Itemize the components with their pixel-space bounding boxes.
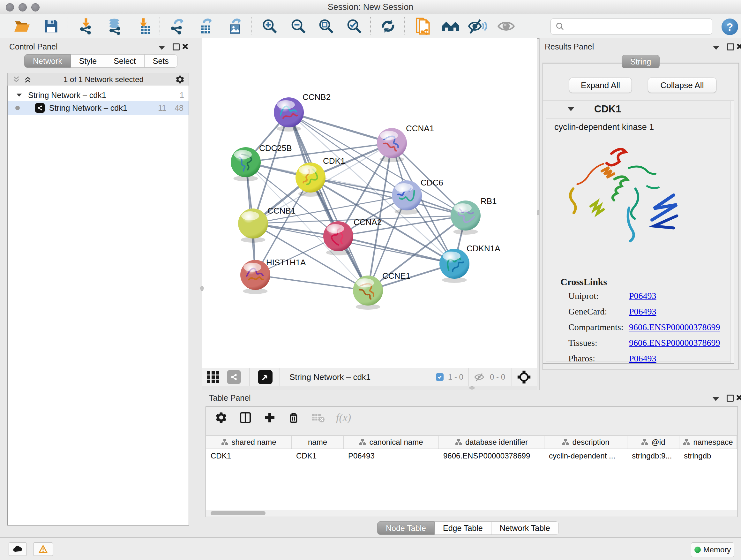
- protein-details: cyclin-dependent kinase 1: [546, 118, 731, 361]
- collapse-all-icon[interactable]: [12, 75, 20, 84]
- table-cell: CDK1: [292, 449, 344, 462]
- protein-description: cyclin-dependent kinase 1: [554, 122, 654, 132]
- column-header-description[interactable]: description: [544, 436, 627, 449]
- tab-style[interactable]: Style: [71, 54, 106, 68]
- panel-float-icon[interactable]: [727, 395, 734, 401]
- node-CDC25B[interactable]: CDC25B: [231, 143, 292, 181]
- panel-float-icon[interactable]: [727, 44, 734, 51]
- crosslink-link[interactable]: 9606.ENSP00000378699: [629, 322, 720, 332]
- expand-all-button[interactable]: Expand All: [569, 78, 632, 93]
- table-hscrollbar[interactable]: [206, 510, 737, 516]
- table-row[interactable]: CDK1CDK1P064939606.ENSP00000378699cyclin…: [206, 449, 737, 462]
- crosslink-row: Compartments:9606.ENSP00000378699: [568, 322, 722, 332]
- fit-content-icon[interactable]: [517, 370, 531, 384]
- status-bar: Memory: [0, 537, 741, 560]
- import-table-icon[interactable]: [134, 17, 153, 35]
- zoom-in-icon[interactable]: [260, 17, 279, 35]
- birdseye-view-icon[interactable]: [258, 370, 273, 384]
- section-collapse-icon[interactable]: [568, 107, 574, 111]
- network-canvas[interactable]: CCNB2CCNA1CDC25BCDK1CDC6RB1CCNB1CCNA2CDK…: [202, 38, 537, 386]
- search-field[interactable]: [550, 18, 712, 35]
- tab-edge-table[interactable]: Edge Table: [434, 521, 491, 535]
- tab-network-table[interactable]: Network Table: [491, 521, 559, 535]
- tab-node-table[interactable]: Node Table: [377, 521, 434, 535]
- column-header-name[interactable]: name: [292, 436, 344, 449]
- warnings-button[interactable]: [33, 543, 53, 556]
- import-network-file-icon[interactable]: [77, 17, 96, 35]
- node-label-CCNA2: CCNA2: [354, 217, 382, 227]
- network-collection-row[interactable]: String Network – cdk1 1: [8, 88, 189, 102]
- node-CDC6[interactable]: CDC6: [392, 178, 443, 214]
- control-panel-title: Control Panel: [9, 42, 57, 51]
- toolbar-separator: [404, 17, 405, 35]
- zoom-selected-icon[interactable]: [345, 17, 364, 35]
- delete-column-icon[interactable]: [287, 411, 300, 424]
- collapse-all-button[interactable]: Collapse All: [648, 78, 717, 93]
- add-column-icon[interactable]: [263, 411, 276, 424]
- node-HIST1H1A[interactable]: HIST1H1A: [240, 258, 306, 294]
- export-network-icon[interactable]: [167, 17, 187, 35]
- crosslink-link[interactable]: P06493: [629, 291, 657, 301]
- panel-close-icon[interactable]: [736, 44, 741, 49]
- show-columns-icon[interactable]: [239, 411, 252, 424]
- panel-close-icon[interactable]: [182, 44, 188, 49]
- left-splitter-handle[interactable]: [200, 286, 204, 291]
- export-table-icon[interactable]: [196, 17, 215, 35]
- help-button[interactable]: ?: [722, 18, 738, 35]
- panel-menu-icon[interactable]: [713, 397, 719, 401]
- node-RB1[interactable]: RB1: [451, 196, 497, 235]
- zoom-fit-icon[interactable]: [317, 17, 336, 35]
- open-session-icon[interactable]: [12, 17, 31, 35]
- collection-expand-icon[interactable]: [17, 94, 22, 97]
- search-input[interactable]: [567, 22, 712, 31]
- column-header-database-identifier[interactable]: database identifier: [439, 436, 544, 449]
- table-settings-gear-icon[interactable]: [215, 411, 227, 424]
- network-row-selected[interactable]: String Network – cdk1 11 48: [8, 101, 189, 115]
- tab-select[interactable]: Select: [105, 54, 144, 68]
- preview-disabled-icon: [496, 17, 516, 35]
- network-overview-icon[interactable]: [227, 370, 241, 384]
- panel-close-icon[interactable]: [736, 395, 741, 400]
- crosslink-link[interactable]: P06493: [629, 307, 657, 317]
- network-node-count: 11: [158, 104, 166, 113]
- import-network-database-icon[interactable]: [105, 17, 125, 35]
- node-label-CDC25B: CDC25B: [259, 143, 292, 153]
- protein-structure-image: [563, 141, 697, 253]
- tab-sets[interactable]: Sets: [145, 54, 178, 68]
- crosslink-label: Tissues:: [568, 338, 629, 348]
- node-CCNB2[interactable]: CCNB2: [274, 92, 331, 132]
- home-icon[interactable]: [441, 17, 460, 35]
- column-header-namespace[interactable]: namespace: [679, 436, 737, 449]
- tab-string[interactable]: String: [622, 55, 660, 68]
- cloud-button[interactable]: [9, 543, 27, 556]
- string-document-icon[interactable]: [414, 17, 433, 35]
- column-header-canonical-name[interactable]: canonical name: [344, 436, 439, 449]
- node-CDKN1A[interactable]: CDKN1A: [440, 244, 500, 283]
- save-session-icon[interactable]: [42, 17, 61, 35]
- node-label-CDC6: CDC6: [421, 178, 443, 187]
- show-hide-graphics-icon[interactable]: [468, 17, 487, 35]
- crosslink-link[interactable]: P06493: [629, 354, 657, 364]
- network-view-toolbar: String Network – cdk1 1 - 0 0 - 0: [202, 368, 537, 386]
- refresh-icon[interactable]: [379, 17, 398, 35]
- panel-menu-icon[interactable]: [158, 46, 165, 50]
- memory-button[interactable]: Memory: [691, 543, 734, 557]
- string-network-graph[interactable]: CCNB2CCNA1CDC25BCDK1CDC6RB1CCNB1CCNA2CDK…: [202, 38, 537, 368]
- table-panel-title: Table Panel: [209, 393, 251, 402]
- column-header-shared-name[interactable]: shared name: [206, 436, 292, 449]
- column-header-@id[interactable]: @id: [627, 436, 679, 449]
- gear-icon[interactable]: [175, 75, 185, 84]
- grid-view-icon[interactable]: [206, 371, 220, 383]
- node-CCNA2[interactable]: CCNA2: [323, 217, 382, 255]
- horizontal-splitter[interactable]: [202, 386, 537, 390]
- zoom-out-icon[interactable]: [289, 17, 308, 35]
- expand-all-icon[interactable]: [23, 75, 32, 84]
- export-image-icon[interactable]: [225, 17, 244, 35]
- selected-checkbox-icon[interactable]: [436, 373, 444, 381]
- tab-network[interactable]: Network: [24, 54, 71, 68]
- crosslink-link[interactable]: 9606.ENSP00000378699: [629, 338, 720, 348]
- node-label-CDKN1A: CDKN1A: [467, 244, 500, 253]
- results-scrollbar[interactable]: [730, 101, 734, 363]
- panel-float-icon[interactable]: [173, 44, 180, 51]
- panel-menu-icon[interactable]: [713, 46, 719, 50]
